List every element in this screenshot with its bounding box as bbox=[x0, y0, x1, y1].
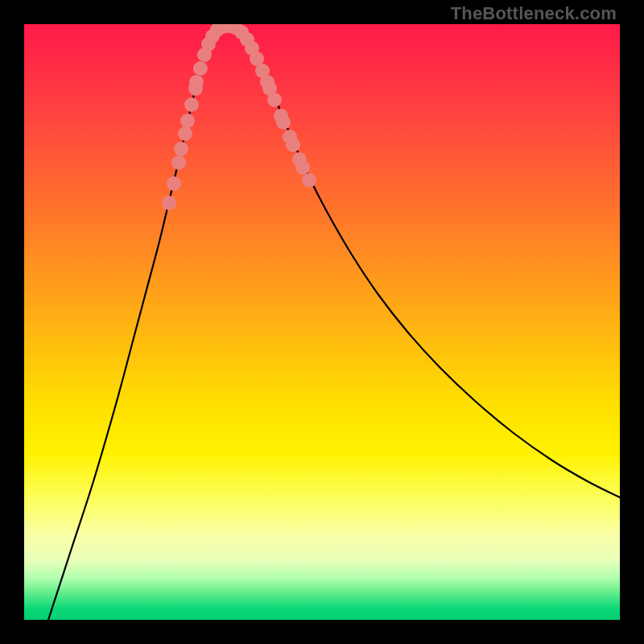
curve-marker bbox=[167, 176, 181, 191]
curve-marker bbox=[189, 75, 204, 89]
chart-frame: { "watermark": "TheBottleneck.com", "col… bbox=[0, 0, 644, 644]
curve-marker bbox=[184, 97, 199, 112]
curve-marker bbox=[178, 126, 192, 141]
chart-svg bbox=[24, 24, 620, 620]
curve-marker bbox=[286, 138, 300, 152]
watermark-text: TheBottleneck.com bbox=[451, 3, 617, 24]
curve-marker bbox=[267, 93, 282, 107]
curve-marker bbox=[193, 61, 208, 76]
curve-markers bbox=[162, 24, 316, 210]
curve-marker bbox=[180, 114, 195, 128]
curve-marker bbox=[171, 155, 186, 170]
curve-marker bbox=[162, 196, 176, 210]
curve-marker bbox=[302, 173, 316, 188]
curve-marker bbox=[276, 115, 291, 130]
bottleneck-curve bbox=[48, 25, 620, 620]
curve-marker bbox=[295, 160, 310, 175]
plot-area bbox=[24, 24, 620, 620]
curve-marker bbox=[174, 142, 188, 156]
